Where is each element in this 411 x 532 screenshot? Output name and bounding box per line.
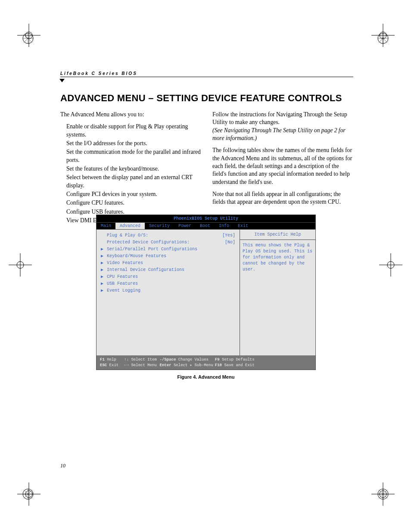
bios-titlebar: PhoenixBIOS Setup Utility <box>97 215 315 223</box>
bios-key-legend: F1 Help ↑↓ Select Item -/Space Change Va… <box>97 355 315 370</box>
running-head: LifeBook C Series BIOS <box>60 71 353 76</box>
feature-list: Enable or disable support for Plug & Pla… <box>60 123 201 224</box>
bios-tab-bar: MainAdvancedSecurityPowerBootInfoExit <box>97 223 315 230</box>
bios-help-panel: Item Specific Help This menu shows the P… <box>240 230 315 355</box>
bios-window: PhoenixBIOS Setup Utility MainAdvancedSe… <box>96 215 316 370</box>
menu-item-label: Serial/Parallel Port Configurations <box>107 246 233 253</box>
menu-item-label: Video Features <box>107 260 233 267</box>
bios-tab-security[interactable]: Security <box>145 223 174 229</box>
bios-help-title: Item Specific Help <box>240 230 315 240</box>
key-hint: F1 Help <box>100 357 122 363</box>
bios-menu-item[interactable]: ▶CPU Features <box>101 274 235 280</box>
menu-item-label: Keyboard/Mouse Features <box>107 253 233 260</box>
bios-tab-info[interactable]: Info <box>215 223 234 229</box>
menu-item-value: [Yes] <box>222 232 235 239</box>
cross-ref: (See Navigating Through The Setup Utilit… <box>212 127 346 141</box>
list-item: Enable or disable support for Plug & Pla… <box>66 123 201 139</box>
key-hint: ↑↓ Select Item <box>124 357 158 363</box>
list-item: Set the communication mode for the paral… <box>66 148 201 164</box>
key-hint: ←→ Select Menu <box>124 363 158 368</box>
submenu-caret-icon: ▶ <box>101 274 104 280</box>
triangle-down-icon <box>59 79 65 82</box>
menu-item-label: Plug & Play O/S: <box>107 232 220 239</box>
bios-menu-item[interactable]: ▶Internal Device Configurations <box>101 267 235 274</box>
bios-tab-advanced[interactable]: Advanced <box>115 223 145 229</box>
key-hint: Enter Select ▸ Sub-Menu <box>160 363 213 368</box>
text: Follow the instructions for Navigating T… <box>212 111 347 125</box>
crop-mark-icon <box>9 253 32 277</box>
paragraph: Note that not all fields appear in all c… <box>212 190 353 206</box>
list-item: Set the features of the keyboard/mouse. <box>66 165 201 173</box>
left-column: The Advanced Menu allows you to: Enable … <box>60 111 201 229</box>
bios-menu-item[interactable]: ▶Serial/Parallel Port Configurations <box>101 246 235 253</box>
submenu-caret-icon: ▶ <box>101 253 104 260</box>
bios-tab-exit[interactable]: Exit <box>234 223 252 229</box>
bios-menu-item[interactable]: ▶USB Features <box>101 280 235 287</box>
list-item: Set the I/O addresses for the ports. <box>66 140 201 147</box>
rule-icon <box>60 77 353 77</box>
bios-menu-panel: Plug & Play O/S:[Yes]Protected Device Co… <box>97 230 240 355</box>
list-item: Select between the display panel and an … <box>66 174 201 190</box>
bios-tab-power[interactable]: Power <box>174 223 196 229</box>
menu-item-label: Protected Device Configurations: <box>107 239 222 246</box>
bios-tab-main[interactable]: Main <box>97 223 115 229</box>
key-hint: ESC Exit <box>100 363 122 368</box>
menu-item-label: USB Features <box>107 280 233 287</box>
paragraph: The following tables show the names of t… <box>212 146 353 186</box>
submenu-caret-icon: ▶ <box>101 246 104 253</box>
paragraph: Follow the instructions for Navigating T… <box>212 111 353 142</box>
submenu-caret-icon: ▶ <box>101 260 104 267</box>
menu-item-label: CPU Features <box>107 274 233 280</box>
bios-tab-boot[interactable]: Boot <box>196 223 215 229</box>
submenu-caret-icon: ▶ <box>101 280 104 287</box>
bios-menu-item[interactable]: Plug & Play O/S:[Yes] <box>101 232 235 239</box>
list-item: Configure CPU features. <box>66 199 201 207</box>
submenu-caret-icon: ▶ <box>101 287 104 294</box>
bios-help-body: This menu shows the Plug & Play OS being… <box>240 240 315 355</box>
menu-item-value: [No] <box>225 239 235 246</box>
list-item: Configure PCI devices in your system. <box>66 190 201 198</box>
menu-item-label: Internal Device Configurations <box>107 267 233 274</box>
bios-menu-item[interactable]: ▶Video Features <box>101 260 235 267</box>
lede-text: The Advanced Menu allows you to: <box>60 111 201 118</box>
right-column: Follow the instructions for Navigating T… <box>212 111 353 229</box>
ornament-icon <box>377 33 389 44</box>
page-title: ADVANCED MENU – SETTING DEVICE FEATURE C… <box>60 93 353 104</box>
figure-caption: Figure 4. Advanced Menu <box>96 374 316 380</box>
bios-menu-item[interactable]: Protected Device Configurations:[No] <box>101 239 235 246</box>
menu-item-label: Event Logging <box>107 287 233 294</box>
ornament-icon <box>22 488 34 500</box>
submenu-caret-icon: ▶ <box>101 267 104 274</box>
bios-menu-item[interactable]: ▶Keyboard/Mouse Features <box>101 253 235 260</box>
key-hint: F9 Setup Defaults <box>215 357 255 363</box>
page-number: 10 <box>60 463 65 469</box>
ornament-icon <box>377 488 389 500</box>
key-hint: F10 Save and Exit <box>215 363 255 368</box>
key-hint: -/Space Change Values <box>160 357 213 363</box>
crop-mark-icon <box>379 253 402 277</box>
ornament-icon <box>22 33 34 44</box>
bios-menu-item[interactable]: ▶Event Logging <box>101 287 235 294</box>
